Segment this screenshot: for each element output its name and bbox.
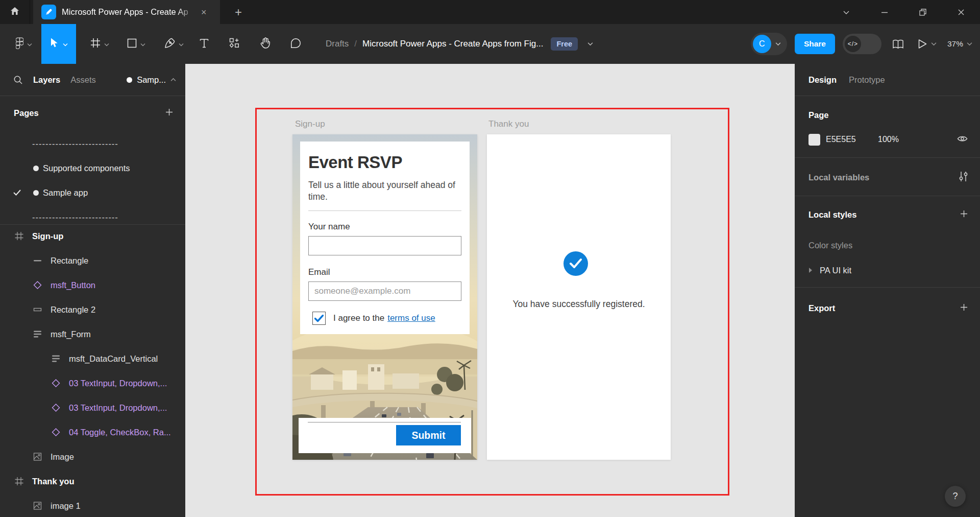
variables-sliders-icon[interactable] [959,171,968,183]
hand-tool-button[interactable] [253,24,277,64]
page-section-header: Page [795,107,980,123]
account-menu[interactable]: C [751,33,787,55]
window-minimize-icon[interactable] [865,0,903,24]
email-input[interactable] [308,281,461,301]
page-dot-icon [33,190,39,196]
layer-row-msft-form[interactable]: msft_Form [0,322,185,346]
layer-name: msft_DataCard_Vertical [69,354,158,364]
search-icon[interactable] [13,75,23,85]
image-layer-icon [33,453,42,461]
export-title: Export [808,303,835,313]
rectangle-icon [127,38,137,50]
event-rsvp-card: Event RSVP Tell us a little about yourse… [300,142,470,334]
move-tool-button[interactable] [41,24,76,64]
layer-row-textinput-2[interactable]: 03 TextInput, Dropdown,... [0,395,185,420]
layer-row-signup[interactable]: Sign-up [0,224,185,248]
pen-tool-button[interactable] [158,24,190,64]
layer-row-image-1[interactable]: image 1 [0,494,185,517]
success-message: You have successfully registered. [487,299,671,310]
success-check-circle [564,251,588,276]
dev-mode-icon: </> [845,36,861,52]
add-style-button[interactable] [960,210,968,220]
form-title: Event RSVP [308,153,402,172]
thankyou-frame-label[interactable]: Thank you [488,119,529,129]
home-button[interactable] [0,0,30,24]
share-button[interactable]: Share [795,34,835,54]
left-panel-header: Layers Assets Samp... [0,64,185,96]
breadcrumb-separator: / [354,39,357,49]
new-tab-button[interactable]: + [227,0,250,24]
page-name: -------------------------- [32,139,118,149]
present-button[interactable] [915,36,940,52]
export-row: Export [795,298,980,318]
signup-frame-label[interactable]: Sign-up [295,119,325,129]
layer-row-image[interactable]: Image [0,444,185,469]
frame-icon [90,38,101,50]
right-panel: Design Prototype Page E5E5E5 100% Local … [795,64,980,517]
plan-badge[interactable]: Free [551,37,578,51]
visibility-eye-icon[interactable] [957,135,968,145]
signup-frame[interactable]: Event RSVP Tell us a little about yourse… [292,134,477,460]
layer-row-msft-datacard[interactable]: msft_DataCard_Vertical [0,346,185,371]
dev-mode-toggle[interactable]: </> [843,34,881,54]
tab-design[interactable]: Design [808,75,837,85]
left-panel: Layers Assets Samp... Pages ------------… [0,64,185,517]
window-menu-chevron-icon[interactable] [827,0,865,24]
layer-row-rectangle[interactable]: Rectangle [0,248,185,273]
text-icon [200,38,209,50]
layer-row-toggle[interactable]: 04 Toggle, CheckBox, Ra... [0,420,185,444]
help-button[interactable]: ? [945,486,966,507]
canvas[interactable]: Sign-up Thank you [185,64,795,517]
add-page-button[interactable] [165,108,173,118]
name-input[interactable] [308,236,461,255]
tab-assets[interactable]: Assets [70,75,96,85]
breadcrumb-drafts[interactable]: Drafts [326,39,349,49]
color-styles-header: Color styles [795,237,980,254]
library-button[interactable] [889,36,907,52]
layer-row-msft-button[interactable]: msft_Button [0,273,185,297]
resources-tool-button[interactable] [223,24,246,64]
layer-row-textinput-1[interactable]: 03 TextInput, Dropdown,... [0,371,185,395]
caret-right-icon[interactable] [808,267,813,273]
layer-row-thankyou[interactable]: Thank you [0,469,185,494]
page-opacity[interactable]: 100% [878,135,899,144]
main-menu-button[interactable] [9,24,39,64]
color-group-row[interactable]: PA UI kit [795,261,980,279]
figma-logo-icon [16,37,23,51]
shape-tool-button[interactable] [120,24,152,64]
page-color-swatch[interactable] [808,134,820,146]
thankyou-frame[interactable]: You have successfully registered. [487,134,671,460]
text-tool-button[interactable] [193,24,215,64]
divider [308,210,461,211]
page-switcher-label: Samp... [137,75,166,85]
submit-button[interactable]: Submit [396,425,461,445]
page-row-supported-components[interactable]: Supported components [0,156,185,180]
pen-icon [164,38,175,51]
pages-header: Pages [0,96,185,130]
frame-tool-button[interactable] [84,24,115,64]
tab-prototype[interactable]: Prototype [849,75,885,85]
page-row-sample-app[interactable]: Sample app [0,180,185,205]
terms-checkbox[interactable] [312,312,326,325]
tab-close-icon[interactable]: × [201,8,207,17]
agree-text: I agree to the [333,313,384,323]
layer-name: image 1 [51,501,81,511]
page-color-hex[interactable]: E5E5E5 [826,135,856,144]
breadcrumb-file-title[interactable]: Microsoft Power Apps - Create Apps from … [362,39,543,49]
comment-tool-button[interactable] [284,24,307,64]
window-close-icon[interactable] [942,0,980,24]
tab-layers[interactable]: Layers [33,75,60,85]
layer-name: Rectangle 2 [51,305,95,315]
components-icon [229,38,239,50]
page-color-row: E5E5E5 100% [795,132,980,147]
terms-link[interactable]: terms of use [387,313,435,323]
add-export-button[interactable] [960,303,968,313]
page-row-separator[interactable]: -------------------------- [0,131,185,156]
file-tab[interactable]: Microsoft Power Apps - Create Ap × [33,0,220,24]
pages-title: Pages [14,108,39,118]
page-switcher[interactable]: Samp... [127,75,176,85]
window-restore-icon[interactable] [903,0,942,24]
layer-row-rectangle-2[interactable]: Rectangle 2 [0,297,185,322]
zoom-menu[interactable]: 37% [947,39,972,49]
file-menu-chevron-icon[interactable] [587,42,593,46]
